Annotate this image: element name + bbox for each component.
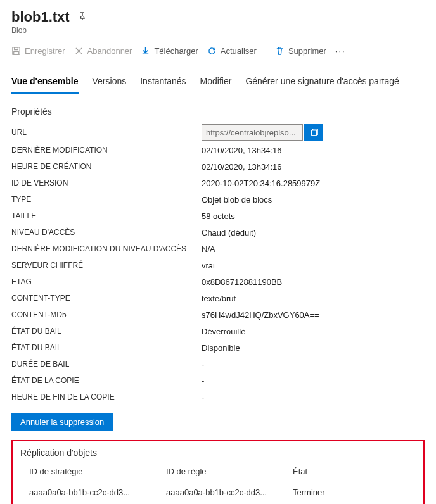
lease-status-value: Déverrouillé: [202, 327, 245, 336]
creation-time-label: HEURE DE CRÉATION: [11, 162, 202, 171]
lease-state-value: Disponible: [202, 343, 240, 353]
page-title: blob1.txt: [11, 9, 70, 25]
page-subtitle: Blob: [11, 26, 425, 35]
replication-section: Réplication d'objets ID de stratégie ID …: [11, 440, 425, 504]
server-encrypted-value: vrai: [202, 261, 215, 270]
creation-time-value: 02/10/2020, 13h34:16: [202, 162, 282, 172]
discard-button: Abandonner: [74, 46, 132, 56]
refresh-label: Actualiser: [221, 46, 257, 56]
save-label: Enregistrer: [25, 46, 65, 56]
download-button[interactable]: Télécharger: [141, 46, 198, 56]
type-value: Objet blob de blocs: [202, 195, 272, 205]
tab-sas[interactable]: Générer une signature d'accès partagé: [245, 72, 399, 94]
content-type-label: CONTENT-TYPE: [11, 294, 202, 303]
save-button: Enregistrer: [11, 46, 65, 56]
toolbar: Enregistrer Abandonner Télécharger Actua…: [11, 45, 425, 63]
undelete-button[interactable]: Annuler la suppression: [11, 413, 113, 431]
tabs: Vue d'ensemble Versions Instantanés Modi…: [11, 72, 425, 95]
content-md5-value: s76H4wdJ42HQ/ZbxVGY60A==: [202, 310, 319, 320]
type-label: TYPE: [11, 195, 202, 204]
properties-heading: Propriétés: [11, 106, 425, 117]
tab-overview[interactable]: Vue d'ensemble: [11, 72, 79, 94]
replication-header-rule: ID de règle: [166, 467, 293, 476]
pin-icon[interactable]: [77, 11, 87, 23]
copy-status-value: -: [202, 376, 204, 386]
content-type-value: texte/brut: [202, 294, 236, 303]
replication-header-policy: ID de stratégie: [20, 467, 166, 476]
replication-header-row: ID de stratégie ID de règle État: [20, 467, 416, 481]
lease-state-label: ÉTAT DU BAIL: [11, 343, 202, 352]
etag-value: 0x8D86712881190BB: [202, 277, 282, 287]
size-value: 58 octets: [202, 211, 235, 221]
access-tier-label: NIVEAU D'ACCÈS: [11, 228, 202, 237]
copy-status-label: ÉTAT DE LA COPIE: [11, 376, 202, 385]
content-md5-label: CONTENT-MD5: [11, 310, 202, 319]
tab-edit[interactable]: Modifier: [200, 72, 232, 94]
url-label: URL: [11, 128, 202, 137]
version-id-value: 2020-10-02T20:34:16.2859979Z: [202, 179, 320, 188]
replication-row: aaaa0a0a-bb1b-cc2c-dd3... aaaa0a0a-bb1b-…: [20, 481, 416, 497]
svg-rect-2: [14, 51, 19, 54]
lease-status-label: ÉTAT DU BAIL: [11, 327, 202, 336]
etag-label: ETAG: [11, 277, 202, 286]
access-tier-mod-label: DERNIÈRE MODIFICATION DU NIVEAU D'ACCÈS: [11, 244, 202, 253]
access-tier-value: Chaud (déduit): [202, 228, 256, 237]
version-id-label: ID DE VERSION: [11, 179, 202, 187]
delete-label: Supprimer: [288, 46, 326, 56]
server-encrypted-label: SERVEUR CHIFFRÉ: [11, 261, 202, 270]
lease-duration-value: -: [202, 360, 204, 369]
lease-duration-label: DURÉE DE BAIL: [11, 360, 202, 369]
access-tier-mod-value: N/A: [202, 244, 215, 254]
url-field[interactable]: https://centralobjreplso...: [202, 124, 303, 141]
copy-completion-value: -: [202, 393, 204, 402]
last-modified-label: DERNIÈRE MODIFICATION: [11, 146, 202, 154]
tab-snapshots[interactable]: Instantanés: [140, 72, 186, 94]
delete-button[interactable]: Supprimer: [275, 46, 326, 56]
copy-url-button[interactable]: [304, 124, 323, 141]
replication-heading: Réplication d'objets: [20, 448, 416, 458]
svg-rect-3: [311, 130, 316, 135]
more-icon[interactable]: ···: [335, 46, 346, 56]
copy-completion-label: HEURE DE FIN DE LA COPIE: [11, 393, 202, 401]
replication-policy-id: aaaa0a0a-bb1b-cc2c-dd3...: [20, 488, 166, 497]
tab-versions[interactable]: Versions: [93, 72, 127, 94]
discard-label: Abandonner: [87, 46, 132, 56]
replication-status: Terminer: [293, 488, 416, 497]
download-label: Télécharger: [154, 46, 198, 56]
last-modified-value: 02/10/2020, 13h34:16: [202, 146, 282, 155]
refresh-button[interactable]: Actualiser: [207, 46, 257, 56]
size-label: TAILLE: [11, 211, 202, 220]
replication-header-status: État: [293, 467, 416, 476]
svg-rect-1: [15, 47, 18, 49]
toolbar-separator: [266, 45, 266, 56]
replication-rule-id: aaaa0a0a-bb1b-cc2c-dd3...: [166, 488, 293, 497]
